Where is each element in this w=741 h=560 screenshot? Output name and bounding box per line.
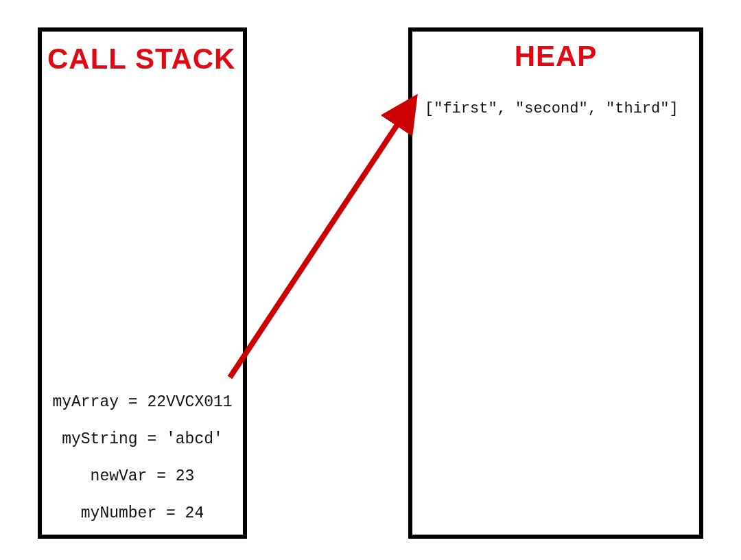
stack-item-myarray: myArray = 22VVCX011 bbox=[52, 393, 232, 411]
svg-line-1 bbox=[230, 103, 412, 377]
memory-diagram: CALL STACK myArray = 22VVCX011 myString … bbox=[0, 0, 741, 560]
heap-title: HEAP bbox=[412, 40, 699, 73]
stack-item-mystring: myString = 'abcd' bbox=[62, 430, 223, 448]
heap-value-array: ["first", "second", "third"] bbox=[425, 100, 679, 117]
stack-item-newvar: newVar = 23 bbox=[91, 467, 195, 485]
stack-item-mynumber: myNumber = 24 bbox=[81, 504, 204, 522]
call-stack-title: CALL STACK bbox=[47, 43, 235, 75]
heap-box: HEAP ["first", "second", "third"] bbox=[408, 27, 703, 539]
stack-items-list: myArray = 22VVCX011 myString = 'abcd' ne… bbox=[42, 393, 243, 522]
call-stack-box: CALL STACK myArray = 22VVCX011 myString … bbox=[38, 27, 247, 539]
